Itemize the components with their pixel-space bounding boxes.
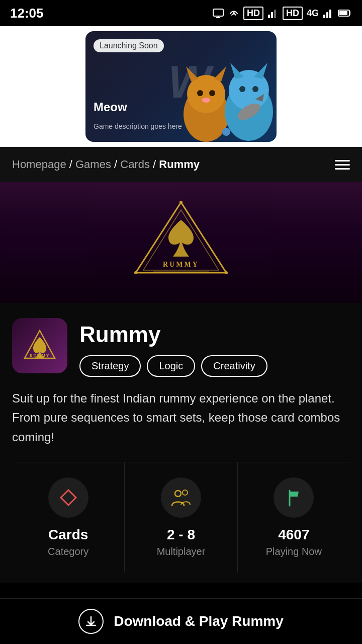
battery-icon xyxy=(338,9,352,17)
svg-marker-19 xyxy=(230,63,244,79)
stat-playing: 4607 Playing Now xyxy=(238,462,350,573)
breadcrumb-sep3: / xyxy=(153,158,159,171)
svg-rect-2 xyxy=(268,15,270,18)
banner-desc: Game description goes here xyxy=(94,122,182,132)
svg-point-28 xyxy=(225,271,228,274)
game-icon: RUMMY xyxy=(12,318,67,373)
breadcrumb-games[interactable]: Games xyxy=(75,158,111,171)
svg-marker-12 xyxy=(186,66,199,82)
rummy-logo-svg: RUMMY xyxy=(131,197,231,283)
banner-illustration xyxy=(166,44,277,142)
breadcrumb-sep2: / xyxy=(114,158,120,171)
stat-multiplayer: 2 - 8 Multiplayer xyxy=(125,462,237,573)
stat-category-label: Category xyxy=(48,546,88,557)
tag-strategy[interactable]: Strategy xyxy=(79,355,141,377)
download-bar[interactable]: Download & Play Rummy xyxy=(0,598,362,644)
svg-rect-9 xyxy=(339,11,347,15)
breadcrumb-current: Rummy xyxy=(159,158,200,171)
game-info-section: RUMMY Rummy Strategy Logic Creativity Su… xyxy=(0,303,362,583)
svg-point-35 xyxy=(183,490,188,495)
svg-text:RUMMY: RUMMY xyxy=(163,261,199,268)
diamond-icon xyxy=(58,488,78,508)
game-header: RUMMY Rummy Strategy Logic Creativity xyxy=(12,318,350,377)
game-title-area: Rummy Strategy Logic Creativity xyxy=(79,318,267,377)
breadcrumb-sep1: / xyxy=(69,158,75,171)
svg-point-24 xyxy=(222,128,230,136)
svg-text:RUMMY: RUMMY xyxy=(30,354,50,358)
screen-icon xyxy=(212,8,224,18)
stat-category: Cards Category xyxy=(12,462,125,573)
breadcrumb-homepage[interactable]: Homepage xyxy=(12,158,66,171)
hero-section: RUMMY xyxy=(0,182,362,303)
hamburger-menu[interactable] xyxy=(335,160,350,170)
game-title: Rummy xyxy=(79,322,267,347)
signal-icon xyxy=(267,8,279,19)
status-bar: 12:05 HD HD 4G xyxy=(0,0,362,26)
tag-logic[interactable]: Logic xyxy=(147,355,195,377)
svg-point-21 xyxy=(239,86,245,92)
tags-container: Strategy Logic Creativity xyxy=(79,355,267,377)
svg-marker-13 xyxy=(214,66,226,82)
hd-badge2: HD xyxy=(283,7,303,20)
svg-rect-5 xyxy=(323,15,325,18)
svg-point-16 xyxy=(202,98,210,103)
lte-signal-icon xyxy=(323,8,334,19)
svg-rect-4 xyxy=(274,10,276,18)
wifi-icon xyxy=(228,8,239,19)
svg-point-29 xyxy=(134,271,137,274)
banner-card[interactable]: Launching Soon W xyxy=(85,31,277,142)
svg-rect-3 xyxy=(271,12,273,18)
breadcrumb-cards[interactable]: Cards xyxy=(120,158,150,171)
download-icon-circle xyxy=(78,609,104,634)
stat-multiplayer-value: 2 - 8 xyxy=(167,527,195,543)
people-icon xyxy=(170,487,192,509)
breadcrumb: Homepage / Games / Cards / Rummy xyxy=(12,158,200,171)
stat-icon-playing xyxy=(274,477,314,518)
status-icons: HD HD 4G xyxy=(212,7,352,20)
svg-point-15 xyxy=(209,90,215,96)
network-badge: 4G xyxy=(307,8,319,19)
stat-playing-value: 4607 xyxy=(278,527,309,543)
status-time: 12:05 xyxy=(10,6,44,21)
download-label: Download & Play Rummy xyxy=(114,613,284,629)
svg-rect-0 xyxy=(213,9,223,16)
svg-point-27 xyxy=(179,201,183,204)
svg-marker-20 xyxy=(254,63,267,79)
game-icon-svg: RUMMY xyxy=(22,328,57,363)
svg-rect-6 xyxy=(326,12,328,18)
stat-playing-label: Playing Now xyxy=(266,546,322,557)
stat-category-value: Cards xyxy=(48,527,88,543)
stat-multiplayer-label: Multiplayer xyxy=(157,546,206,557)
game-description: Suit up for the finest Indian rummy expe… xyxy=(12,389,350,447)
stat-icon-multiplayer xyxy=(161,477,201,518)
banner-section: Launching Soon W xyxy=(0,26,362,147)
svg-point-22 xyxy=(252,86,258,92)
download-icon xyxy=(84,614,98,628)
stats-row: Cards Category 2 - 8 Multiplayer xyxy=(12,462,350,573)
hd-badge: HD xyxy=(243,7,263,20)
hero-logo: RUMMY xyxy=(131,197,231,283)
svg-rect-7 xyxy=(329,10,331,18)
svg-point-14 xyxy=(197,90,203,96)
svg-point-34 xyxy=(175,491,181,497)
flag-icon xyxy=(284,488,304,508)
stat-icon-cards xyxy=(48,477,88,518)
tag-creativity[interactable]: Creativity xyxy=(201,355,267,377)
banner-title: Meow xyxy=(94,100,127,114)
nav-bar: Homepage / Games / Cards / Rummy xyxy=(0,147,362,182)
banner-badge: Launching Soon xyxy=(94,39,164,52)
